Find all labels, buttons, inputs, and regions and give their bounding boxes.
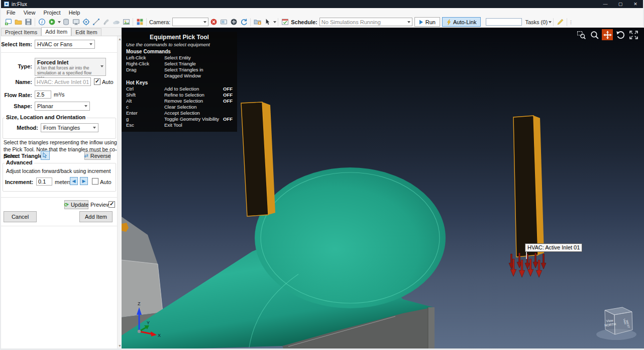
command-state: OFF — [220, 98, 233, 104]
schedule-dropdown[interactable]: No Simulations Running — [319, 18, 412, 26]
view-cube[interactable]: View NORTH View WEST — [596, 307, 636, 340]
pick-tool-row: CtrlAdd to SelectionOFF — [126, 86, 233, 92]
target-icon[interactable] — [81, 17, 91, 27]
axis-y-label: Y — [147, 320, 150, 325]
pick-tool-row: ShiftRefine to SelectionOFF — [126, 92, 233, 98]
save-icon[interactable] — [23, 17, 33, 27]
camera-refresh-icon[interactable] — [239, 17, 249, 27]
cloud-icon[interactable] — [111, 17, 121, 27]
command-action: Select Triangle — [164, 61, 220, 67]
panel-tabs: Project Items Add Item Edit Item — [1, 28, 122, 36]
preview-checkbox[interactable] — [109, 201, 115, 208]
minimize-button[interactable]: — — [598, 0, 613, 8]
tasks-dropdown[interactable]: Tasks (0) — [525, 19, 552, 25]
annotate-pencil-icon[interactable] — [555, 17, 565, 27]
command-action: Select Entity — [164, 55, 220, 61]
method-label: Method: — [6, 125, 38, 131]
camera-orbit-icon[interactable] — [229, 17, 239, 27]
name-input[interactable] — [35, 77, 91, 86]
command-state — [220, 104, 233, 110]
inlet-slab-left[interactable] — [241, 102, 275, 216]
type-dropdown[interactable]: Forced Inlet A fan that forces air into … — [35, 58, 106, 76]
viewport-3d[interactable]: Z X Y View NORTH View WEST Equipment Pic… — [122, 28, 644, 348]
pick-tool-subtitle: Use the commands to select equipment — [126, 42, 233, 47]
database-icon[interactable] — [61, 17, 71, 27]
camera-delete-icon[interactable] — [208, 17, 219, 27]
add-item-button[interactable]: Add Item — [79, 211, 113, 222]
menu-project[interactable]: Project — [39, 9, 64, 16]
close-button[interactable]: ✕ — [628, 0, 643, 8]
command-state — [220, 110, 233, 116]
zoom-window-icon[interactable] — [576, 29, 587, 40]
pick-tool-row: cClear Selection — [126, 104, 233, 110]
pan-icon[interactable] — [602, 29, 613, 40]
nudge-forward-button[interactable]: ▶ — [80, 177, 88, 185]
snapshot-icon[interactable] — [121, 17, 131, 27]
pick-tool-row: Left-ClickSelect Entity — [126, 55, 233, 61]
tab-add-item[interactable]: Add Item — [41, 27, 71, 36]
command-action: Exit Tool — [164, 122, 220, 128]
sensor-tool-icon[interactable] — [101, 17, 111, 27]
scroll-up-icon[interactable]: ▲ — [118, 37, 122, 41]
increment-input[interactable] — [36, 178, 52, 186]
add-item-panel: Select Item: HVAC or Fans Type: Forced I… — [1, 36, 122, 348]
zoom-icon[interactable] — [589, 29, 600, 40]
name-auto-checkbox[interactable] — [94, 78, 100, 85]
tab-edit-item[interactable]: Edit Item — [71, 28, 101, 36]
refresh-icon: ⟳ — [64, 202, 69, 208]
select-item-dropdown[interactable]: HVAC or Fans — [35, 40, 95, 49]
method-dropdown[interactable]: From Triangles — [41, 123, 98, 132]
auto-link-button[interactable]: Auto-Link — [442, 17, 481, 27]
shape-dropdown[interactable]: Planar — [35, 102, 90, 111]
tab-project-items[interactable]: Project Items — [1, 28, 41, 36]
panel-scrollbar[interactable]: ▲ ▼ — [117, 36, 122, 348]
arrow-left-icon: ◀ — [72, 179, 76, 184]
info-icon[interactable]: i — [37, 17, 47, 27]
command-action: Clear Selection — [164, 104, 220, 110]
select-cursor-icon[interactable] — [262, 17, 272, 27]
increment-auto-checkbox[interactable] — [92, 178, 98, 185]
camera-view-icon[interactable] — [219, 17, 229, 27]
update-button[interactable]: ⟳Update — [64, 200, 88, 209]
inlet-name-tooltip: HVAC: Active Inlet 01 — [525, 243, 582, 252]
line-tool-icon[interactable] — [91, 17, 101, 27]
reverse-button[interactable]: ⇄Reverse — [84, 151, 111, 160]
select-item-label: Select Item: — [1, 41, 32, 47]
name-auto-label: Auto — [102, 79, 114, 85]
toolbar-overflow-icon[interactable]: ⋮ — [569, 20, 573, 25]
command-key: g — [126, 116, 164, 122]
increment-auto-label: Auto — [100, 179, 112, 185]
chevron-down-icon — [100, 65, 103, 67]
command-action: Remove Selection — [164, 98, 220, 104]
maximize-button[interactable]: ▢ — [613, 0, 628, 8]
run-button[interactable]: Run — [414, 17, 440, 27]
menu-view[interactable]: View — [20, 9, 40, 16]
increment-unit: meters — [55, 179, 72, 185]
monitor-icon[interactable] — [71, 17, 81, 27]
palette-icon[interactable] — [135, 17, 145, 27]
toolbar-search-input[interactable] — [486, 18, 522, 26]
menu-help[interactable]: Help — [65, 9, 84, 16]
export-run-icon[interactable] — [47, 17, 57, 27]
shape-value: Planar — [37, 103, 83, 109]
menu-file[interactable]: File — [3, 9, 20, 16]
flow-rate-input[interactable] — [35, 91, 51, 99]
flow-rate-unit: m³/s — [54, 92, 64, 98]
pick-tool-row: DragSelect Triangles in Dragged Window — [126, 67, 233, 79]
camera-dropdown[interactable] — [172, 18, 208, 26]
select-cursor-caret[interactable] — [273, 21, 276, 23]
zoom-extents-icon[interactable] — [628, 29, 639, 40]
schedule-icon — [280, 17, 290, 27]
cancel-button[interactable]: Cancel — [4, 211, 37, 222]
shape-label: Shape: — [1, 103, 32, 109]
pick-triangles-button[interactable] — [41, 151, 50, 160]
scroll-down-icon[interactable]: ▼ — [118, 344, 122, 347]
inlet-slab-right[interactable] — [513, 116, 544, 257]
swap-arrows-icon: ⇄ — [84, 153, 88, 158]
new-project-icon[interactable] — [3, 17, 13, 27]
open-project-icon[interactable] — [13, 17, 23, 27]
command-action: Select Triangles in Dragged Window — [164, 67, 220, 79]
nudge-back-button[interactable]: ◀ — [70, 177, 78, 185]
rotate-icon[interactable] — [615, 29, 626, 40]
add-group-icon[interactable] — [252, 17, 262, 27]
